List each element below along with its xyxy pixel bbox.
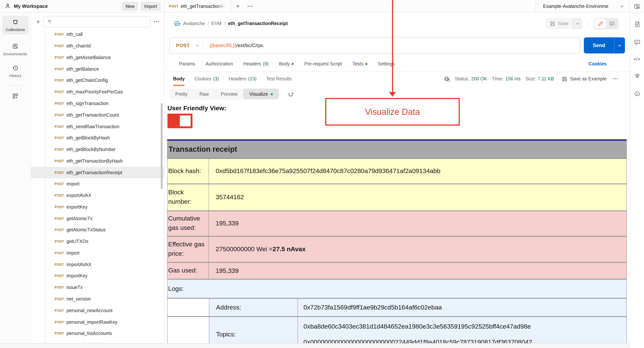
- view-raw[interactable]: Raw: [194, 88, 215, 100]
- tab-prerequest-script[interactable]: Pre-request Script: [304, 61, 342, 66]
- history-icon: [12, 64, 19, 72]
- response-more-button[interactable]: •••: [613, 77, 618, 81]
- list-item[interactable]: POSTimportAVAX: [31, 259, 164, 270]
- list-item[interactable]: POSTgetAtomicTx: [31, 213, 164, 224]
- list-item[interactable]: POSTimport: [31, 247, 164, 259]
- send-button-group[interactable]: Send: [584, 38, 625, 54]
- tree-indent-line: [45, 29, 46, 345]
- save-icon: [562, 76, 568, 82]
- view-preview[interactable]: Preview: [215, 88, 243, 100]
- user-icon[interactable]: [4, 3, 11, 9]
- workspace-title[interactable]: My Workspace: [14, 3, 48, 9]
- http-request-icon: HTTP: [173, 20, 180, 26]
- list-item[interactable]: POSTpersonal_newAccount: [31, 305, 164, 316]
- tab-params[interactable]: Params: [179, 61, 195, 66]
- edit-mode-button[interactable]: [595, 19, 606, 28]
- divider: [588, 20, 588, 28]
- list-item[interactable]: POSTeth_getChainConfig: [31, 75, 164, 86]
- table-row: Effective gas price: 27500000000 Wei = 2…: [168, 236, 626, 263]
- table-title: Transaction receipt: [168, 140, 626, 159]
- tab-response-body[interactable]: Body: [173, 72, 185, 86]
- info-button[interactable]: [634, 90, 640, 97]
- list-item[interactable]: POSTexportAVAX: [31, 190, 164, 201]
- view-switcher: Pretty Raw Preview Visualize: [169, 88, 279, 100]
- row-label: Cumulative gas used:: [168, 211, 209, 236]
- save-button[interactable]: Save: [546, 18, 572, 29]
- add-tab-button[interactable]: +: [231, 0, 244, 12]
- green-dot-icon: [292, 63, 294, 65]
- request-tab-active[interactable]: POST eth_getTransactionRece: [165, 0, 231, 12]
- tab-response-headers[interactable]: Headers(15): [228, 72, 256, 86]
- comments-panel-button[interactable]: [634, 39, 640, 46]
- view-pretty[interactable]: Pretty: [169, 88, 194, 100]
- method-selector[interactable]: POST: [170, 42, 195, 48]
- list-item[interactable]: POSTimportKey: [31, 270, 164, 282]
- refresh-visualizer-button[interactable]: [288, 91, 294, 97]
- new-collection-button[interactable]: +: [36, 18, 40, 25]
- view-visualize[interactable]: Visualize: [243, 88, 279, 100]
- postman-app: My Workspace New Import POST eth_getTran…: [0, 0, 644, 348]
- lightbulb-icon: [634, 72, 640, 79]
- request-list: POSTeth_call POSTeth_chainId POSTeth_get…: [31, 29, 164, 345]
- request-title[interactable]: eth_getTransactionReceipt: [228, 21, 288, 26]
- sidebar-item-history[interactable]: History: [9, 64, 21, 78]
- tab-body[interactable]: Body: [279, 61, 294, 66]
- table-row: Gas used: 195,339: [168, 263, 626, 280]
- tab-test-results[interactable]: Test Results: [266, 72, 292, 86]
- list-item[interactable]: POSTeth_getTransactionByHash: [31, 155, 164, 167]
- tab-headers[interactable]: Headers(9): [243, 61, 268, 66]
- list-item[interactable]: POSTpersonal_importRawKey: [31, 316, 164, 328]
- sidebar-filter-input[interactable]: [43, 16, 150, 27]
- sidebar-scrollbar[interactable]: [161, 103, 162, 189]
- configure-panes-button[interactable]: [12, 92, 19, 100]
- import-button[interactable]: Import: [140, 2, 161, 11]
- cookies-link[interactable]: Cookies: [588, 61, 606, 66]
- tab-response-cookies[interactable]: Cookies(3): [194, 72, 219, 86]
- pub-request-button[interactable]: [634, 72, 640, 79]
- list-item[interactable]: POSTeth_getAssetBalance: [31, 52, 164, 63]
- environment-quick-look-button[interactable]: [630, 0, 644, 12]
- globe-lock-icon[interactable]: [444, 76, 450, 82]
- list-item[interactable]: POSTeth_getTransactionCount: [31, 109, 164, 121]
- list-item[interactable]: POSTeth_getBalance: [31, 63, 164, 75]
- list-item[interactable]: POSTgetUTXOs: [31, 236, 164, 248]
- list-item[interactable]: POSTexport: [31, 178, 164, 190]
- save-as-example-button[interactable]: Save as Example: [562, 76, 606, 82]
- list-item[interactable]: POSTpersonal_listAccounts: [31, 328, 164, 340]
- response-header: Body Cookies(3) Headers(15) Test Results…: [164, 72, 630, 86]
- list-item[interactable]: POSTeth_signTransaction: [31, 98, 164, 109]
- sidebar-more-button[interactable]: •••: [154, 20, 160, 24]
- comments-button[interactable]: [606, 19, 618, 28]
- save-options-button[interactable]: [572, 18, 582, 29]
- send-button[interactable]: Send: [584, 38, 614, 54]
- tab-options-button[interactable]: •••: [244, 0, 257, 12]
- list-item[interactable]: POSTeth_getBlockByHash: [31, 132, 164, 144]
- environment-selector[interactable]: Example-Avalanche-Environme: [535, 0, 630, 12]
- breadcrumb-collection[interactable]: Avalanche: [183, 21, 205, 26]
- chevron-down-icon[interactable]: [195, 43, 200, 48]
- tab-tests[interactable]: Tests: [352, 61, 368, 66]
- list-item[interactable]: POSTexportKey: [31, 201, 164, 213]
- code-snippet-button[interactable]: </>: [634, 57, 641, 61]
- sidebar-item-collections[interactable]: Collections: [2, 16, 28, 34]
- documentation-button[interactable]: [634, 21, 640, 28]
- send-options-button[interactable]: [614, 38, 625, 54]
- user-friendly-view-toggle[interactable]: [168, 114, 192, 128]
- comment-icon: [609, 21, 615, 26]
- list-item[interactable]: POSTissueTx: [31, 282, 164, 294]
- list-item[interactable]: POSTeth_chainId: [31, 40, 164, 52]
- list-item[interactable]: POSTeth_call: [31, 29, 164, 40]
- tab-authorization[interactable]: Authorization: [206, 61, 233, 66]
- list-item-selected[interactable]: POSTeth_getTransactionReceipt: [31, 167, 164, 178]
- edit-comment-toggle: [594, 18, 618, 29]
- annotation-arrow-head: [389, 92, 396, 97]
- list-item[interactable]: POSTeth_getBlockByNumber: [31, 144, 164, 155]
- list-item[interactable]: POSTgetAtomicTxStatus: [31, 224, 164, 236]
- breadcrumb-folder[interactable]: EVM: [211, 21, 222, 26]
- list-item[interactable]: POSTeth_sendRawTransaction: [31, 121, 164, 132]
- sidebar-item-environments[interactable]: Environments: [3, 42, 27, 56]
- list-item[interactable]: POSTnet_version: [31, 293, 164, 305]
- url-input[interactable]: {{baseURL}}/ext/bc/C/rpc: [210, 42, 264, 48]
- new-button[interactable]: New: [122, 2, 138, 11]
- list-item[interactable]: POSTeth_maxPriorityFeePerGas: [31, 86, 164, 98]
